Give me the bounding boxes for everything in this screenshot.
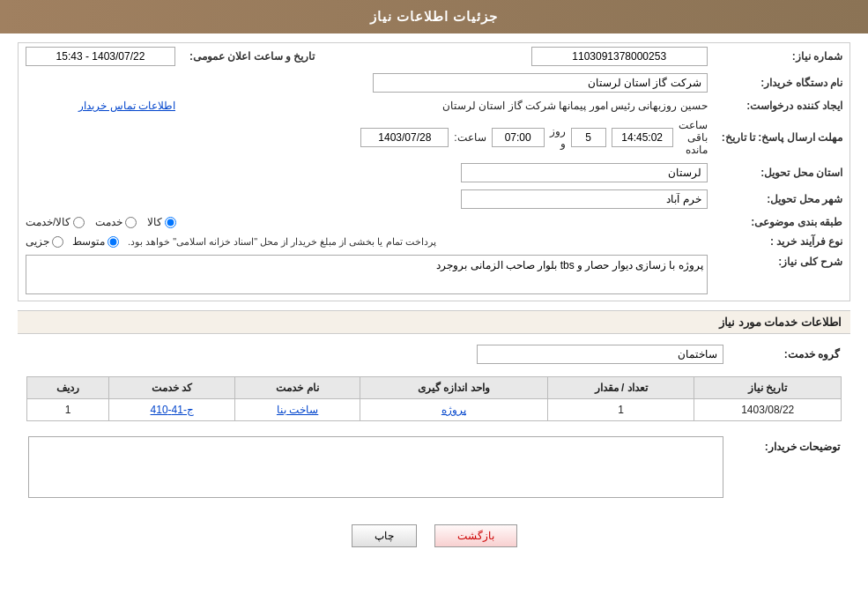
classification-radio-group: کالا/خدمت خدمت کالا	[26, 216, 708, 228]
buyer-org-label: نام دستگاه خریدار:	[715, 70, 849, 96]
name-link[interactable]: ساخت بنا	[277, 404, 318, 416]
radio-kala-input[interactable]	[165, 217, 176, 228]
kala-label: کالا	[147, 216, 162, 228]
radio-khedmat[interactable]: خدمت	[95, 216, 137, 228]
radio-motavaset-input[interactable]	[108, 236, 119, 248]
cell-unit: پروژه	[360, 399, 547, 421]
radio-motavaset[interactable]: متوسط	[72, 235, 119, 248]
province-input[interactable]	[461, 163, 708, 182]
col-row-header: ردیف	[27, 377, 109, 399]
row-buyer-org: نام دستگاه خریدار:	[19, 70, 849, 96]
creator-label: ایجاد کننده درخواست:	[715, 96, 849, 115]
info-table: شماره نیاز: تاریخ و ساعت اعلان عمومی: نا…	[19, 43, 849, 301]
buyer-org-input[interactable]	[373, 73, 708, 93]
reply-time-label: ساعت:	[454, 131, 486, 144]
col-count-header: تعداد / مقدار	[547, 377, 694, 399]
row-province: استان محل تحویل:	[19, 160, 849, 186]
col-code-header: کد خدمت	[108, 377, 235, 399]
radio-khedmat-input[interactable]	[125, 217, 137, 228]
col-name-header: نام خدمت	[235, 377, 360, 399]
need-number-input[interactable]	[531, 47, 708, 66]
reply-remaining-label: ساعت باقی مانده	[679, 119, 708, 156]
buyer-notes-section: توضیحات خریدار:	[18, 430, 850, 511]
group-label: گروه خدمت:	[725, 345, 840, 364]
city-label: شهر محل تحویل:	[715, 186, 849, 212]
services-header-text: اطلاعات خدمات مورد نیاز	[719, 316, 842, 329]
announce-date-input[interactable]	[26, 47, 175, 66]
col-unit-header: واحد اندازه گیری	[360, 377, 547, 399]
info-section: شماره نیاز: تاریخ و ساعت اعلان عمومی: نا…	[18, 42, 850, 301]
row-purchase-type: نوع فرآیند خرید : جزیی متوسط پرداخت	[19, 232, 849, 251]
contact-link[interactable]: اطلاعات تماس خریدار	[78, 100, 175, 112]
city-input[interactable]	[461, 189, 708, 209]
print-button[interactable]: چاپ	[352, 524, 417, 547]
buyer-notes-label: توضیحات خریدار:	[725, 436, 840, 501]
cell-name: ساخت بنا	[235, 399, 360, 421]
services-data-table: تاریخ نیاز تعداد / مقدار واحد اندازه گیر…	[26, 376, 842, 421]
kala-khedmat-label: کالا/خدمت	[26, 216, 70, 228]
radio-kala[interactable]: کالا	[147, 216, 176, 228]
reply-date-input[interactable]	[360, 128, 449, 147]
row-need-number: شماره نیاز: تاریخ و ساعت اعلان عمومی:	[19, 43, 849, 70]
cell-date: 1403/08/22	[694, 399, 842, 421]
purchase-note: پرداخت تمام یا بخشی از مبلغ خریدار از مح…	[128, 236, 436, 248]
group-section: گروه خدمت:	[18, 338, 850, 371]
cell-count: 1	[547, 399, 694, 421]
footer-buttons: بازگشت چاپ	[18, 524, 850, 561]
description-label: شرح کلی نیاز:	[715, 251, 849, 301]
province-label: استان محل تحویل:	[715, 160, 849, 186]
row-reply-deadline: مهلت ارسال پاسخ: تا تاریخ: ساعت: روز و س…	[19, 115, 849, 160]
need-number-value	[353, 43, 714, 70]
description-textarea[interactable]: پروژه با زسازی دیوار حصار و tbs بلوار صا…	[26, 255, 708, 294]
reply-days-input[interactable]	[571, 128, 606, 147]
unit-link[interactable]: پروژه	[441, 404, 466, 416]
radio-jazii[interactable]: جزیی	[26, 235, 63, 248]
row-creator: ایجاد کننده درخواست: حسین روزبهانی رئیس …	[19, 96, 849, 115]
motavaset-label: متوسط	[72, 235, 105, 248]
header-title: جزئیات اطلاعات نیاز	[370, 9, 498, 24]
radio-kala-khedmat[interactable]: کالا/خدمت	[26, 216, 85, 228]
services-table-container: تاریخ نیاز تعداد / مقدار واحد اندازه گیر…	[18, 376, 850, 430]
radio-jazii-input[interactable]	[52, 236, 63, 248]
reply-days-label: روز و	[550, 125, 566, 150]
reply-remaining-value	[612, 128, 673, 147]
page-wrapper: جزئیات اطلاعات نیاز شماره نیاز: تاریخ و …	[0, 0, 868, 609]
cell-row: 1	[27, 399, 109, 421]
purchase-type-label: نوع فرآیند خرید :	[715, 232, 849, 251]
services-section-header: اطلاعات خدمات مورد نیاز	[18, 310, 850, 334]
khedmat-label: خدمت	[95, 216, 122, 228]
group-input[interactable]	[477, 345, 723, 364]
col-date-header: تاریخ نیاز	[694, 377, 842, 399]
main-content: شماره نیاز: تاریخ و ساعت اعلان عمومی: نا…	[0, 33, 868, 578]
back-button[interactable]: بازگشت	[434, 524, 517, 547]
cell-code: ج-41-410	[108, 399, 235, 421]
row-classification: طبقه بندی موضوعی: کالا/خدمت خدمت	[19, 212, 849, 232]
buyer-notes-textarea[interactable]	[28, 436, 723, 498]
jazii-label: جزیی	[26, 235, 49, 248]
need-number-label: شماره نیاز:	[715, 43, 849, 70]
page-header: جزئیات اطلاعات نیاز	[0, 0, 868, 33]
table-header-row: تاریخ نیاز تعداد / مقدار واحد اندازه گیر…	[27, 377, 842, 399]
reply-deadline-label: مهلت ارسال پاسخ: تا تاریخ:	[715, 115, 849, 160]
classification-label: طبقه بندی موضوعی:	[715, 212, 849, 232]
table-row: 1403/08/22 1 پروژه ساخت بنا ج-41-410 1	[27, 399, 842, 421]
row-description: شرح کلی نیاز: پروژه با زسازی دیوار حصار …	[19, 251, 849, 301]
reply-remaining-input[interactable]	[612, 128, 673, 147]
creator-value: حسین روزبهانی رئیس امور پیمانها شرکت گاز…	[442, 100, 708, 112]
announce-date-label: تاریخ و ساعت اعلان عمومی:	[182, 43, 322, 70]
radio-kala-khedmat-input[interactable]	[73, 217, 85, 228]
reply-time-input[interactable]	[492, 128, 545, 147]
row-city: شهر محل تحویل:	[19, 186, 849, 212]
code-link[interactable]: ج-41-410	[151, 404, 194, 416]
